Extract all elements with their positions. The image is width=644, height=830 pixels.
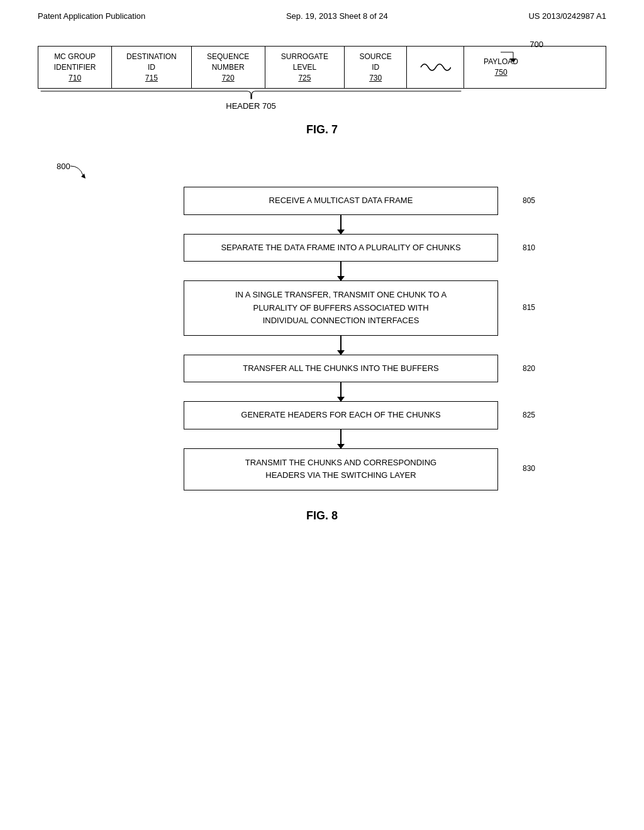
fig8-section: 800 RECEIVE A MULTICAST DATA FRAME 805 S… — [38, 162, 606, 523]
flow-arrow-5 — [340, 429, 341, 448]
cell-surrogate: SURROGATE LEVEL 725 — [265, 47, 345, 88]
flow-box-805: RECEIVE A MULTICAST DATA FRAME 805 — [184, 187, 498, 214]
cell-destination: DESTINATION ID 715 — [112, 47, 191, 88]
svg-marker-3 — [81, 174, 86, 179]
header-middle: Sep. 19, 2013 Sheet 8 of 24 — [286, 11, 388, 21]
flow-arrow-3 — [340, 336, 341, 355]
fig7-section: 700 MC GROUP IDENTIFIER 710 DESTINATION … — [38, 46, 606, 136]
flow-box-825: GENERATE HEADERS FOR EACH OF THE CHUNKS … — [184, 401, 498, 429]
flow-arrow-1 — [340, 215, 341, 234]
flow-arrow-4 — [340, 382, 341, 401]
cell-payload: PAYLOAD 750 — [464, 47, 537, 88]
flow-box-820: TRANSFER ALL THE CHUNKS INTO THE BUFFERS… — [184, 355, 498, 382]
fig8-caption: FIG. 8 — [38, 509, 606, 523]
header-left: Patent Application Publication — [38, 11, 145, 21]
flow-box-830: TRANSMIT THE CHUNKS AND CORRESPONDING HE… — [184, 448, 498, 491]
header-table-container: MC GROUP IDENTIFIER 710 DESTINATION ID 7… — [38, 46, 606, 111]
page-header: Patent Application Publication Sep. 19, … — [0, 0, 644, 27]
fig7-header-table: MC GROUP IDENTIFIER 710 DESTINATION ID 7… — [38, 46, 606, 89]
flowchart: RECEIVE A MULTICAST DATA FRAME 805 SEPAR… — [75, 187, 606, 490]
cell-sequence: SEQUENCE NUMBER 720 — [192, 47, 265, 88]
cell-wave — [407, 47, 464, 88]
header-right: US 2013/0242987 A1 — [528, 11, 606, 21]
flow-arrow-2 — [340, 262, 341, 280]
header-705-label: HEADER 705 — [226, 101, 275, 111]
flow-box-815: IN A SINGLE TRANSFER, TRANSMIT ONE CHUNK… — [184, 280, 498, 336]
cell-source: SOURCE ID 730 — [345, 47, 407, 88]
label-800: 800 — [57, 162, 70, 171]
fig7-caption: FIG. 7 — [38, 123, 606, 136]
cell-mc-group: MC GROUP IDENTIFIER 710 — [38, 47, 112, 88]
flow-box-810: SEPARATE THE DATA FRAME INTO A PLURALITY… — [184, 234, 498, 262]
